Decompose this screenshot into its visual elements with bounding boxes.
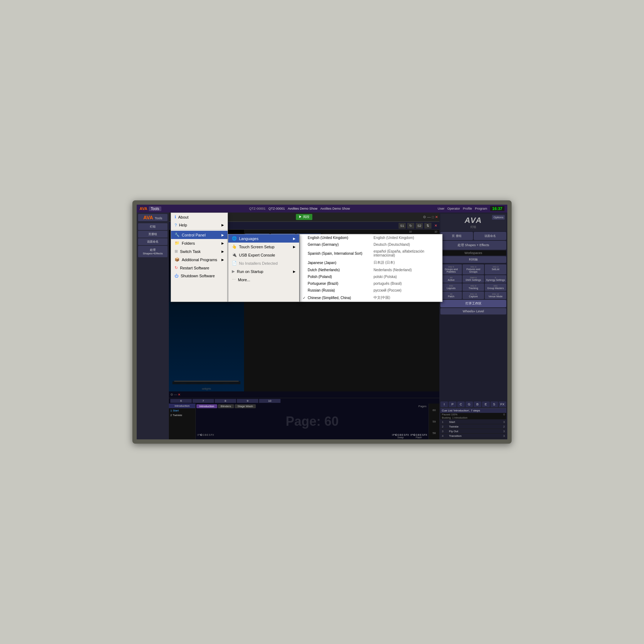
cue-list-header: Cue List 'Introduction', 7 steps [440, 408, 506, 413]
wheels-level-btn[interactable]: Wheels= Level [440, 308, 506, 314]
lang-native-2: español (España, alfabetización internac… [374, 249, 439, 257]
lang-item-8[interactable]: ✓ Chinese (Simplified, China) 中文(中国) [300, 294, 442, 302]
left-btn-1[interactable]: 灯组 [138, 223, 167, 230]
menu-usb-expert[interactable]: 🔌 USB Expert Console [228, 251, 299, 259]
menu-about[interactable]: ℹ About [171, 213, 228, 221]
ws-layouts[interactable]: XS1 Layouts [440, 283, 462, 291]
cue-row-4[interactable]: 4 Transition 3 [440, 434, 506, 438]
ws-tracking[interactable]: XS1 9 Tracking [463, 283, 484, 291]
lang-item-4[interactable]: Dutch (Netherlands) Nederlands (Nederlan… [300, 267, 442, 273]
workspaces-title: Workspaces [440, 250, 506, 255]
flash-label: Flash [410, 436, 427, 439]
ws-active[interactable]: X4 Active [440, 275, 462, 283]
pg-58[interactable]: 58 [433, 431, 436, 435]
menu-additional-programs[interactable]: 📦 Additional Programs ▶ [171, 255, 228, 264]
close4-icon[interactable]: ✕ [178, 393, 181, 396]
page-tab-stagewash[interactable]: Stage Wash [235, 404, 256, 408]
open-workspace-btn[interactable]: 打开工作区 [440, 300, 506, 307]
settings3-icon[interactable]: ⚙ [170, 393, 173, 396]
sub-menu-items: 🌐 Languages ▶ 👆 Touch Screen Setup ▶ 🔌 U… [228, 234, 299, 284]
cue-paused: Paused 100% [442, 413, 458, 416]
device-id: QTZ-00001 [249, 207, 265, 210]
ws-groups-palettes[interactable]: XS2 5 Groups and Palettes [440, 264, 462, 274]
cue-row-3[interactable]: 3 Fly Out 3 [440, 429, 506, 434]
minimize3-icon[interactable]: — [174, 393, 177, 396]
left-btn-2[interactable]: 页册组 [138, 231, 167, 238]
page-display: Page: 60 [286, 414, 338, 429]
programmer-btn[interactable]: 说面命名 [474, 232, 506, 240]
intro-item-2[interactable]: 2 Twinkle [169, 413, 195, 418]
menu-shutdown[interactable]: ⏻ Shutdown Software [171, 272, 228, 280]
ws-setlist[interactable]: XS1 3 SetList [485, 264, 506, 274]
languages-icon: 🌐 [232, 236, 237, 241]
lang-item-0[interactable]: English (United Kingdom) English (United… [300, 234, 442, 241]
time-axis-btn[interactable]: 时间轴 [440, 256, 506, 263]
top-bar: AVA Tools QTZ-00001 QTZ-00001 Avolites D… [137, 205, 507, 213]
lang-item-5[interactable]: Polish (Poland) polski (Polska) [300, 273, 442, 280]
btn-fx[interactable]: FX [499, 401, 506, 407]
ws-fixtures-groups[interactable]: XS1 3 Fixtures and Groups [463, 264, 484, 274]
lang-item-6[interactable]: Portuguese (Brazil) português (Brasil) [300, 280, 442, 287]
menu-folders[interactable]: 📁 Folders ▶ [171, 239, 228, 247]
cue-row-1[interactable]: 1 Start 3 [440, 420, 506, 424]
ws-capture[interactable]: XS1 13 Capture [463, 292, 484, 299]
pg-60[interactable]: 60 [433, 409, 436, 412]
btn-e[interactable]: E [482, 401, 489, 407]
lang-item-3[interactable]: Japanese (Japan) 日本語 (日本) [300, 259, 442, 267]
btn-g[interactable]: G [465, 401, 473, 407]
page-num-6[interactable]: 6 [170, 399, 192, 403]
menu-control-panel[interactable]: 🔧 Control Panel ▶ [171, 231, 228, 239]
menu-more[interactable]: ⋯ More... [228, 275, 299, 284]
intro-item-1[interactable]: 1 Start [169, 408, 195, 413]
cue-busking: Busking [442, 416, 451, 419]
ws-dmx[interactable]: DMX 6 DMX Settings [463, 275, 484, 283]
menu-languages[interactable]: 🌐 Languages ▶ [228, 234, 299, 243]
swap-label: Swap [392, 436, 409, 439]
btn-s[interactable]: S [491, 401, 498, 407]
operator-label[interactable]: Operator [447, 207, 460, 210]
lang-name-0: English (United Kingdom) [308, 236, 374, 240]
shutdown-icon: ⏻ [175, 274, 179, 278]
profile-label[interactable]: Profile [463, 207, 472, 210]
page-num-7[interactable]: 7 [192, 399, 214, 403]
page-num-10[interactable]: 10 [259, 399, 280, 403]
svg-rect-7 [174, 381, 239, 382]
menu-switch-task[interactable]: ⊞ Switch Task ▶ [171, 247, 228, 255]
left-btn-3[interactable]: 说面命名 [138, 238, 167, 245]
page-group-btn[interactable]: 页 册组 [440, 232, 473, 240]
page-num-9[interactable]: 9 [237, 399, 258, 403]
lang-native-6: português (Brasil) [374, 282, 439, 286]
page-tab-intro[interactable]: Introduction [196, 404, 217, 408]
btn-c[interactable]: C [457, 401, 465, 407]
btn-p[interactable]: P [449, 401, 456, 407]
lang-item-2[interactable]: Spanish (Spain, International Sort) espa… [300, 248, 442, 259]
switch-task-icon: ⊞ [175, 249, 178, 254]
page-tab-blinders[interactable]: Blinders [218, 404, 234, 408]
ws-group-masters[interactable]: XS1 Group Masters [485, 283, 506, 291]
about-icon: ℹ [175, 215, 176, 219]
ws-synergy[interactable]: 6 Synergy Settings [485, 275, 506, 283]
pages-label: Pages [417, 404, 428, 408]
cue-row-2[interactable]: 2 Twinkle 2 [440, 425, 506, 429]
lang-item-7[interactable]: Russian (Russia) русский (Россия) [300, 287, 442, 294]
intro-tab[interactable]: Introduction [169, 404, 195, 408]
program-label[interactable]: Program [475, 207, 487, 210]
menu-level3: English (United Kingdom) English (United… [299, 234, 443, 302]
options-btn[interactable]: Options [492, 215, 505, 220]
menu-run-startup[interactable]: ▶ Run on Startup ▶ [228, 267, 299, 275]
ws-venue-mode[interactable]: XS1 12 Venue Mode [485, 292, 506, 299]
menu-help[interactable]: ? Help ▶ [171, 221, 228, 229]
btn-i[interactable]: I [440, 401, 448, 407]
pg-59[interactable]: 59 [433, 420, 436, 423]
lang-item-1[interactable]: German (Germany) Deutsch (Deutschland) [300, 241, 442, 248]
menu-touch-screen[interactable]: 👆 Touch Screen Setup ▶ [228, 243, 299, 251]
user-label[interactable]: User [438, 207, 444, 210]
ws-patch[interactable]: 10 Patch [440, 292, 462, 299]
menu-restart[interactable]: ↻ Restart Software [171, 264, 228, 272]
page-num-8[interactable]: 8 [215, 399, 236, 403]
cue-intro: 1 Introduction [452, 416, 467, 419]
tools-button[interactable]: Tools [149, 206, 161, 211]
btn-b[interactable]: B [474, 401, 481, 407]
shapes-btn[interactable]: 处理 Shapes + Effects [440, 241, 506, 250]
left-btn-4[interactable]: 处理Shapes+Effects [138, 246, 167, 257]
